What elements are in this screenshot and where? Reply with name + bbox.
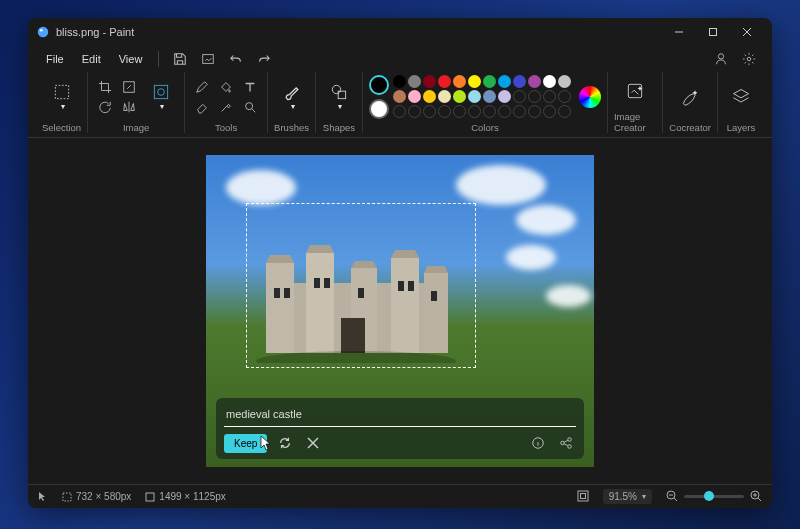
color-wheel-icon[interactable] [579,86,601,108]
color-swatch[interactable] [483,105,496,118]
color-swatch[interactable] [453,90,466,103]
prompt-input[interactable] [224,404,576,427]
color-swatch[interactable] [438,75,451,88]
magnify-icon[interactable] [239,98,261,116]
color-swatch[interactable] [423,105,436,118]
zoom-out-icon[interactable] [666,490,678,504]
shapes-tool[interactable]: ▾ [322,78,356,116]
resize-icon[interactable] [118,78,140,96]
svg-rect-25 [284,288,290,298]
menu-file[interactable]: File [38,50,72,68]
redo-icon[interactable] [251,48,277,70]
keep-button[interactable]: Keep [224,434,267,453]
color-swatch[interactable] [393,105,406,118]
color-swatch[interactable] [393,75,406,88]
menu-edit[interactable]: Edit [74,50,109,68]
text-icon[interactable] [239,78,261,96]
zoom-dropdown[interactable]: 91.5%▾ [603,489,652,504]
color-swatch[interactable] [543,90,556,103]
color-swatch[interactable] [498,105,511,118]
color-swatch[interactable] [498,90,511,103]
color-swatch[interactable] [393,90,406,103]
group-image: ▾ Image [88,72,185,133]
selection-size-icon [62,492,72,502]
rotate-icon[interactable] [94,98,116,116]
svg-rect-19 [306,253,334,353]
discard-icon[interactable] [303,433,323,453]
color-swatch[interactable] [543,105,556,118]
color-swatch[interactable] [528,90,541,103]
maximize-button[interactable] [696,18,730,46]
color-swatch[interactable] [558,105,571,118]
label-selection: Selection [42,121,81,133]
color-secondary[interactable] [369,99,389,119]
fit-icon[interactable] [577,490,589,504]
save-icon[interactable] [167,48,193,70]
pencil-icon[interactable] [191,78,213,96]
color-swatch[interactable] [408,90,421,103]
canvas-area[interactable]: Keep [28,138,772,484]
color-swatch[interactable] [513,75,526,88]
color-swatch[interactable] [558,75,571,88]
color-swatch[interactable] [468,75,481,88]
remove-bg-icon[interactable]: ▾ [144,78,178,116]
menubar: File Edit View [28,46,772,72]
color-swatch[interactable] [528,75,541,88]
fill-icon[interactable] [215,78,237,96]
color-primary[interactable] [369,75,389,95]
picker-icon[interactable] [215,98,237,116]
svg-rect-11 [154,85,167,98]
import-icon[interactable] [195,48,221,70]
layers-button[interactable] [724,78,758,116]
close-button[interactable] [730,18,764,46]
cocreator-button[interactable] [673,78,707,116]
color-swatch[interactable] [408,105,421,118]
canvas[interactable]: Keep [206,155,594,467]
group-shapes: ▾ Shapes [316,72,363,133]
color-swatch[interactable] [498,75,511,88]
color-swatch[interactable] [423,90,436,103]
color-swatch[interactable] [468,90,481,103]
window-title: bliss.png - Paint [56,26,662,38]
share-icon[interactable] [556,433,576,453]
ribbon: ▾ Selection ▾ Image [28,72,772,138]
selection-tool[interactable]: ▾ [45,78,79,116]
svg-point-13 [246,102,253,109]
settings-icon[interactable] [736,48,762,70]
color-swatch[interactable] [423,75,436,88]
color-swatch[interactable] [468,105,481,118]
undo-icon[interactable] [223,48,249,70]
flip-icon[interactable] [118,98,140,116]
svg-rect-42 [580,493,585,498]
color-swatch[interactable] [543,75,556,88]
color-swatch[interactable] [483,90,496,103]
label-image-creator: Image Creator [614,110,656,133]
color-swatch[interactable] [528,105,541,118]
user-icon[interactable] [708,48,734,70]
color-swatch[interactable] [513,105,526,118]
menu-view[interactable]: View [111,50,151,68]
zoom-in-icon[interactable] [750,490,762,504]
color-swatch[interactable] [453,75,466,88]
statusbar: 732 × 580px 1499 × 1125px 91.5%▾ [28,484,772,508]
crop-icon[interactable] [94,78,116,96]
image-creator-button[interactable] [618,72,652,110]
brush-tool[interactable]: ▾ [275,78,309,116]
color-swatch[interactable] [513,90,526,103]
zoom-slider[interactable] [684,495,744,498]
label-image: Image [123,121,149,133]
color-swatch[interactable] [453,105,466,118]
color-swatch[interactable] [558,90,571,103]
generated-castle [256,233,456,363]
color-swatch[interactable] [408,75,421,88]
info-icon[interactable] [528,433,548,453]
minimize-button[interactable] [662,18,696,46]
color-swatch[interactable] [483,75,496,88]
regenerate-icon[interactable] [275,433,295,453]
app-icon [36,25,50,39]
color-swatch[interactable] [438,105,451,118]
label-shapes: Shapes [323,121,355,133]
eraser-icon[interactable] [191,98,213,116]
color-swatch[interactable] [438,90,451,103]
svg-rect-24 [274,288,280,298]
